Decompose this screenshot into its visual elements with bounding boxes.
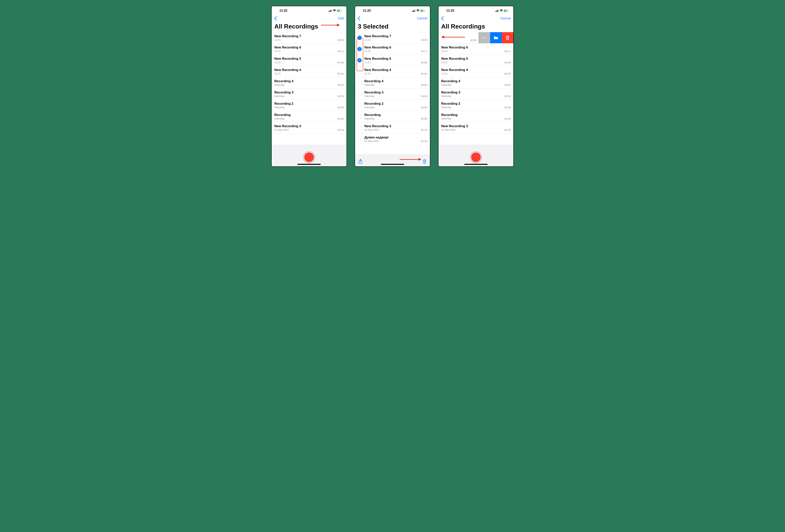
select-checkbox[interactable]	[357, 70, 362, 74]
back-button[interactable]	[358, 16, 360, 21]
cancel-button[interactable]: Cancel	[417, 17, 427, 20]
swipe-delete-button[interactable]	[502, 32, 513, 43]
recording-subtitle: Saturday	[274, 95, 337, 98]
recording-row[interactable]: New Recording 310 Sep 202300:28	[272, 122, 347, 133]
share-button[interactable]	[358, 159, 362, 164]
cancel-button[interactable]: Cancel	[500, 17, 511, 20]
recording-row[interactable]: New Recording 310 Sep 202300:28	[438, 122, 513, 133]
nav-bar: Edit	[272, 15, 347, 22]
recording-row[interactable]: New Recording 411:2100:02	[355, 66, 430, 77]
recording-subtitle: Saturday	[274, 117, 337, 120]
delete-button[interactable]	[423, 159, 427, 164]
recording-duration: 00:05	[421, 38, 427, 42]
back-button[interactable]	[441, 16, 444, 21]
select-checkbox[interactable]	[357, 114, 362, 118]
recording-duration: 00:28	[504, 129, 511, 131]
recording-duration: 00:00	[421, 117, 427, 120]
recording-row[interactable]: ✓New Recording 711:2200:05	[355, 32, 430, 43]
select-checkbox[interactable]	[357, 81, 362, 85]
recording-subtitle: Saturday	[364, 106, 421, 109]
recording-row[interactable]: Думки надворі10 Sep 202302:34	[355, 133, 430, 144]
phone-screen-1: 11:22 Edit All Recordings New Recording …	[271, 6, 347, 167]
edit-button[interactable]: Edit	[338, 17, 344, 20]
recording-row[interactable]: Recording 4Saturday00:00	[438, 77, 513, 88]
recording-row[interactable]: Recording 4Saturday00:00	[355, 77, 430, 88]
recording-duration: 00:06	[504, 61, 511, 64]
recording-duration: 00:00	[504, 95, 511, 98]
recording-title: Recording 4	[274, 79, 337, 83]
recording-subtitle: Saturday	[441, 83, 504, 86]
recording-title: New Recording 3	[364, 124, 421, 128]
recording-title: Recording 3	[364, 90, 421, 95]
recording-duration: 00:00	[421, 84, 427, 86]
recording-row[interactable]: New Recording 411:2100:02	[272, 66, 347, 77]
wifi-icon	[416, 9, 420, 12]
recording-row[interactable]: Recording 3Saturday00:00	[355, 88, 430, 100]
wifi-icon	[500, 9, 503, 12]
recording-row[interactable]: New Recording 711:2200:05	[272, 32, 347, 43]
svg-rect-8	[413, 10, 414, 12]
recording-row[interactable]: Recording 2Saturday00:00	[438, 100, 513, 111]
back-button[interactable]	[274, 16, 277, 21]
record-button[interactable]	[471, 152, 481, 163]
battery-icon	[420, 9, 425, 12]
recordings-list[interactable]: New Recording 711:2200:05 New Recording …	[272, 32, 347, 144]
recording-row[interactable]: RecordingSaturday00:00	[272, 111, 347, 122]
swipe-move-button[interactable]	[490, 32, 502, 43]
recording-duration: 00:00	[504, 117, 511, 120]
recording-row[interactable]: Recording 3Saturday00:00	[438, 88, 513, 100]
record-dock	[272, 144, 347, 166]
recording-row[interactable]: New Recording 411:2100:02	[438, 66, 513, 77]
trash-icon	[506, 35, 509, 40]
select-checkbox[interactable]	[357, 126, 362, 130]
recording-row[interactable]: New Recording 310 Sep 202300:28	[355, 122, 430, 133]
recording-row[interactable]: Recording 4Saturday00:00	[272, 77, 347, 88]
recording-subtitle: Saturday	[274, 106, 337, 109]
recording-row[interactable]: New Recording 611:2200:11	[438, 43, 513, 54]
recordings-list[interactable]: ✓New Recording 711:2200:05 ✓New Recordin…	[355, 32, 430, 154]
recording-duration: 00:00	[504, 84, 511, 86]
status-time: 11:23	[446, 9, 454, 12]
swipe-more-button[interactable]	[478, 32, 490, 43]
home-indicator[interactable]	[298, 164, 321, 165]
svg-rect-3	[332, 9, 332, 12]
select-checkbox[interactable]: ✓	[357, 58, 362, 62]
recording-subtitle: 11:22	[364, 61, 421, 64]
recording-row[interactable]: New Recording 611:2200:11	[272, 43, 347, 54]
recording-row[interactable]: ✓New Recording 611:2200:11	[355, 43, 430, 54]
select-checkbox[interactable]: ✓	[357, 36, 362, 40]
select-checkbox[interactable]: ✓	[357, 47, 362, 51]
recording-row[interactable]: ✓New Recording 511:2200:06	[355, 54, 430, 66]
recording-row[interactable]: Recording 2Saturday00:00	[355, 100, 430, 111]
recording-duration: 00:00	[421, 95, 427, 98]
recording-subtitle: 10 Sep 2023	[364, 140, 421, 142]
nav-bar: Cancel	[438, 15, 513, 22]
recordings-list[interactable]: 00:05 New Recording 611:2200:11 New Reco…	[438, 32, 513, 144]
recording-subtitle: 11:21	[441, 72, 504, 75]
recording-row-partial[interactable]: .	[272, 133, 347, 137]
recording-row[interactable]: RecordingSaturday00:00	[355, 111, 430, 122]
svg-rect-2	[331, 10, 331, 12]
recording-row[interactable]: RecordingSaturday00:00	[438, 111, 513, 122]
select-checkbox[interactable]	[357, 103, 362, 107]
recording-row-partial[interactable]: .	[438, 133, 513, 137]
recording-row[interactable]: Recording 2Saturday00:00	[272, 100, 347, 111]
select-checkbox[interactable]	[357, 92, 362, 96]
recording-row-swiped[interactable]: 00:05	[438, 32, 513, 43]
home-indicator[interactable]	[381, 164, 404, 165]
recording-row-content[interactable]: 00:05	[438, 32, 478, 43]
home-indicator[interactable]	[464, 164, 487, 165]
battery-icon	[337, 9, 342, 12]
record-button[interactable]	[304, 152, 314, 163]
select-checkbox[interactable]	[357, 137, 362, 141]
recording-title: New Recording 7	[274, 34, 337, 38]
svg-point-24	[485, 37, 486, 38]
recording-title: New Recording 4	[364, 68, 421, 72]
recording-title: New Recording 6	[274, 45, 337, 49]
recording-row[interactable]: New Recording 511:2200:06	[438, 54, 513, 66]
recording-row[interactable]: New Recording 511:2200:06	[272, 54, 347, 66]
recording-row[interactable]: Recording 3Saturday00:00	[272, 88, 347, 100]
svg-point-22	[482, 37, 483, 38]
recording-title: Recording 4	[364, 79, 421, 83]
recording-duration: 00:11	[421, 50, 427, 53]
